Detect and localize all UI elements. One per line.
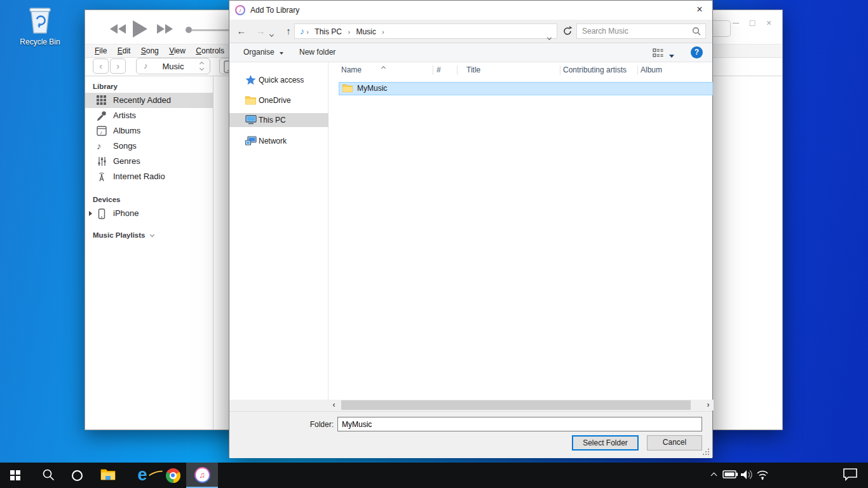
sidebar-item-label: Internet Radio bbox=[113, 172, 165, 181]
address-bar[interactable]: ♪ › This PC › Music › bbox=[294, 24, 557, 39]
speaker-icon bbox=[740, 470, 753, 482]
column-separator[interactable] bbox=[433, 65, 433, 75]
resize-grip[interactable] bbox=[702, 448, 710, 456]
menu-edit[interactable]: Edit bbox=[116, 44, 132, 57]
play-button[interactable] bbox=[132, 20, 148, 39]
nav-item-quick-access[interactable]: Quick access bbox=[229, 73, 329, 87]
volume-slider-knob[interactable] bbox=[186, 27, 192, 33]
chevron-down-icon bbox=[280, 52, 283, 55]
search-icon[interactable] bbox=[692, 27, 701, 37]
sidebar-item-iphone[interactable]: iPhone bbox=[85, 206, 213, 221]
minimize-icon[interactable]: ─ bbox=[728, 18, 744, 28]
sidebar-item-internet-radio[interactable]: Internet Radio bbox=[85, 169, 213, 184]
network-button[interactable] bbox=[754, 463, 771, 488]
places-pane: Quick access OneDrive This PC bbox=[229, 62, 329, 400]
folder-name-input[interactable] bbox=[337, 417, 702, 431]
close-icon[interactable]: × bbox=[761, 18, 777, 28]
back-icon[interactable]: ← bbox=[233, 22, 250, 40]
breadcrumb-separator: › bbox=[382, 25, 384, 39]
column-separator[interactable] bbox=[457, 65, 458, 75]
sidebar-playlists-header[interactable]: Music Playlists bbox=[93, 231, 213, 239]
column-separator[interactable] bbox=[637, 65, 638, 75]
itunes-forward-button[interactable]: › bbox=[110, 58, 126, 74]
dialog-titlebar: ♪ Add To Library × bbox=[229, 1, 712, 20]
volume-button[interactable] bbox=[738, 463, 755, 488]
nav-item-network[interactable]: Network bbox=[229, 134, 329, 148]
organise-button[interactable]: Organise bbox=[243, 48, 283, 57]
itunes-back-button[interactable]: ‹ bbox=[93, 58, 109, 74]
column-header-title[interactable]: Title bbox=[466, 62, 480, 78]
menu-view[interactable]: View bbox=[168, 44, 187, 57]
new-folder-button[interactable]: New folder bbox=[299, 48, 336, 57]
recent-locations-chevron-icon[interactable] bbox=[270, 29, 273, 38]
start-button[interactable] bbox=[0, 463, 31, 488]
chrome-icon bbox=[166, 468, 180, 483]
sidebar-item-label: Recently Added bbox=[113, 95, 171, 105]
music-folder-icon: ♪ bbox=[300, 24, 304, 38]
column-header-number[interactable]: # bbox=[437, 62, 441, 78]
media-kind-selector[interactable]: ♪ Music bbox=[136, 58, 210, 74]
dialog-body: Quick access OneDrive This PC bbox=[229, 62, 712, 400]
nav-item-label: Network bbox=[259, 137, 287, 146]
address-dropdown-chevron-icon[interactable] bbox=[548, 30, 551, 44]
battery-button[interactable] bbox=[721, 463, 740, 488]
fast-forward-button[interactable] bbox=[156, 24, 173, 36]
sidebar-item-recently-added[interactable]: Recently Added bbox=[85, 93, 213, 108]
help-icon[interactable]: ? bbox=[691, 46, 703, 58]
sidebar-item-label: Albums bbox=[113, 126, 140, 135]
column-separator[interactable] bbox=[560, 65, 560, 75]
column-header-name[interactable]: Name bbox=[341, 62, 362, 78]
rewind-button[interactable] bbox=[109, 24, 126, 36]
action-center-icon bbox=[843, 468, 857, 483]
nav-item-onedrive[interactable]: OneDrive bbox=[229, 93, 329, 107]
file-row-mymusic[interactable]: MyMusic bbox=[339, 82, 713, 95]
cancel-button[interactable]: Cancel bbox=[647, 435, 702, 451]
sort-ascending-icon bbox=[382, 63, 385, 72]
itunes-window-controls: ─□× bbox=[728, 18, 777, 28]
volume-slider-track[interactable] bbox=[192, 29, 233, 31]
sidebar-item-label: Genres bbox=[113, 156, 140, 166]
breadcrumb-this-pc[interactable]: This PC bbox=[311, 25, 346, 39]
menu-file[interactable]: File bbox=[93, 44, 108, 57]
view-mode-icon[interactable] bbox=[653, 48, 663, 60]
view-mode-chevron-icon[interactable] bbox=[669, 51, 674, 60]
recycle-bin[interactable]: Recycle Bin bbox=[13, 5, 67, 46]
svg-text:♪: ♪ bbox=[100, 130, 102, 135]
refresh-icon[interactable] bbox=[560, 24, 575, 39]
sidebar-item-label: Artists bbox=[113, 111, 136, 120]
column-header-contributing-artists[interactable]: Contributing artists bbox=[563, 62, 627, 78]
menu-song[interactable]: Song bbox=[140, 44, 160, 57]
sidebar-item-label: iPhone bbox=[113, 208, 139, 218]
close-icon[interactable]: × bbox=[687, 1, 712, 20]
internet-explorer-button[interactable]: e bbox=[129, 463, 156, 488]
sidebar-item-songs[interactable]: ♪ Songs bbox=[85, 139, 213, 154]
expand-caret-icon[interactable] bbox=[89, 211, 92, 216]
sidebar-item-genres[interactable]: Genres bbox=[85, 154, 213, 169]
itunes-taskbar-button[interactable]: ♫ bbox=[186, 463, 218, 488]
itunes-icon: ♫ bbox=[194, 467, 210, 483]
taskbar-search-button[interactable] bbox=[36, 463, 61, 488]
breadcrumb-music[interactable]: Music bbox=[352, 25, 379, 39]
show-hidden-icons-button[interactable] bbox=[705, 463, 722, 488]
cortana-button[interactable] bbox=[65, 463, 89, 488]
sidebar-item-albums[interactable]: ♪ Albums bbox=[85, 123, 213, 139]
scroll-right-icon[interactable]: › bbox=[703, 400, 714, 410]
maximize-icon[interactable]: □ bbox=[744, 18, 761, 28]
search-input[interactable] bbox=[582, 25, 687, 37]
forward-icon[interactable]: → bbox=[252, 22, 269, 40]
menu-controls[interactable]: Controls bbox=[194, 44, 226, 57]
select-folder-button[interactable]: Select Folder bbox=[572, 435, 639, 451]
chevron-up-icon bbox=[710, 472, 717, 478]
file-list: Name # Title Contributing artists Album … bbox=[329, 62, 712, 400]
recycle-bin-label: Recycle Bin bbox=[13, 37, 67, 46]
nav-item-this-pc[interactable]: This PC bbox=[229, 113, 329, 127]
file-explorer-button[interactable] bbox=[95, 463, 121, 488]
scrollbar-thumb[interactable] bbox=[341, 400, 691, 410]
action-center-button[interactable] bbox=[835, 463, 865, 488]
chrome-button[interactable] bbox=[159, 463, 186, 488]
scroll-left-icon[interactable]: ‹ bbox=[329, 400, 339, 410]
sidebar-item-artists[interactable]: Artists bbox=[85, 108, 213, 123]
horizontal-scrollbar[interactable]: ‹ › bbox=[329, 400, 714, 410]
sidebar-playlists-label: Music Playlists bbox=[93, 231, 145, 239]
column-header-album[interactable]: Album bbox=[641, 62, 662, 78]
